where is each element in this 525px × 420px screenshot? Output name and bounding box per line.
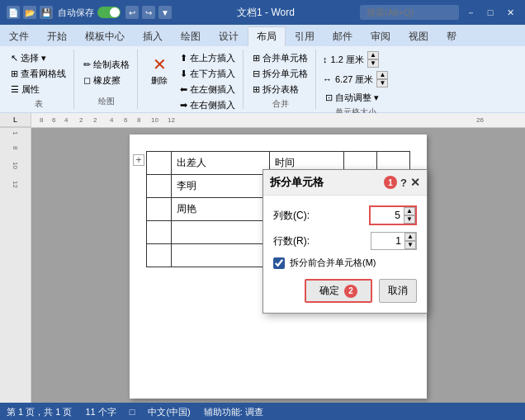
table-cell-zhouyan[interactable]: 周艳 <box>172 198 270 221</box>
restore-button[interactable]: □ <box>482 4 499 21</box>
ruler-area: L 8 6 4 2 2 4 6 8 10 12 26 <box>0 113 525 128</box>
page-info: 第 1 页，共 1 页 <box>7 406 72 418</box>
delete-button[interactable]: ✕ 删除 <box>144 51 174 90</box>
rows-label: 行数(R): <box>273 234 366 248</box>
col-width-item: ↔ 6.27 厘米 ▲ ▼ <box>323 71 388 87</box>
tab-file[interactable]: 文件 <box>0 26 38 46</box>
table-cell-chuchairen[interactable]: 出差人 <box>172 152 270 175</box>
col-width-down[interactable]: ▼ <box>376 79 388 87</box>
dialog-buttons: 确定 2 取消 <box>273 279 417 306</box>
insert-below-button[interactable]: ⬇ 在下方插入 <box>177 67 238 81</box>
save-icon[interactable]: 💾 <box>40 6 53 19</box>
split-cells-button[interactable]: ⊟ 拆分单元格 <box>250 67 310 81</box>
search-input[interactable] <box>360 5 459 20</box>
cursor-icon: ↖ <box>11 53 18 64</box>
table-group-content: ↖ 选择 ▾ ⊞ 查看网格线 ☰ 属性 <box>8 51 69 97</box>
more-icon[interactable]: ▼ <box>158 6 172 19</box>
rows-up[interactable]: ▲ <box>404 233 416 241</box>
draw-table-button[interactable]: ✏ 绘制表格 <box>81 58 132 72</box>
open-icon[interactable]: 📂 <box>23 6 36 19</box>
tab-design[interactable]: 设计 <box>210 26 248 46</box>
undo-icon[interactable]: ↩ <box>125 6 139 19</box>
dialog-close-button[interactable]: ✕ <box>410 176 420 189</box>
tab-template[interactable]: 模板中心 <box>76 26 134 46</box>
cancel-button[interactable]: 取消 <box>379 279 417 303</box>
rows-input[interactable] <box>371 233 404 249</box>
table-cell[interactable] <box>172 244 270 267</box>
col-width-icon: ↔ <box>323 74 332 84</box>
tab-mail[interactable]: 邮件 <box>324 26 362 46</box>
tab-draw[interactable]: 绘图 <box>172 26 210 46</box>
draw-table-icon: ✏ <box>83 59 91 70</box>
col-width-up[interactable]: ▲ <box>376 71 388 79</box>
title-bar: 📄 📂 💾 自动保存 ↩ ↪ ▼ 文档1 - Word － □ ✕ <box>0 0 525 25</box>
grid-icon: ⊞ <box>11 68 18 79</box>
insert-left-button[interactable]: ⬅ 在左侧插入 <box>177 83 238 97</box>
row-height-down[interactable]: ▼ <box>367 59 379 68</box>
select-button[interactable]: ↖ 选择 ▾ <box>8 51 69 65</box>
ribbon-group-cellsize: ↕ 1.2 厘米 ▲ ▼ ↔ 6.27 厘米 ▲ ▼ <box>318 50 393 109</box>
merge-group-label: 合并 <box>272 97 289 110</box>
tab-help[interactable]: 帮 <box>438 26 466 46</box>
doc-area: + 出差人 时间 李明 月 <box>31 128 525 403</box>
table-cell[interactable] <box>147 152 172 175</box>
table-cell[interactable] <box>147 244 172 267</box>
columns-down[interactable]: ▼ <box>404 215 415 224</box>
minimize-button[interactable]: － <box>462 4 479 21</box>
delete-icon: ✕ <box>153 54 167 74</box>
ribbon-group-rows: ✕ 删除 ⬆ 在上方插入 ⬇ 在下方插入 <box>140 50 244 109</box>
table-cell-liming[interactable]: 李明 <box>172 175 270 198</box>
main-area: 1 8 10 12 + 出差人 时间 李明 <box>0 128 525 403</box>
dialog-title-icons: 1 ? ✕ <box>384 176 420 189</box>
table-cell[interactable] <box>147 175 172 198</box>
dialog-body: 列数(C): ▲ ▼ 行数(R): <box>263 196 427 313</box>
tab-review[interactable]: 审阅 <box>362 26 400 46</box>
table-cell[interactable] <box>172 221 270 244</box>
columns-input[interactable] <box>371 207 404 224</box>
tab-insert[interactable]: 插入 <box>134 26 172 46</box>
merge-group-content: ⊞ 合并单元格 ⊟ 拆分单元格 ⊞ 拆分表格 <box>250 51 310 97</box>
columns-field: 列数(C): ▲ ▼ <box>273 205 417 225</box>
table-cell[interactable] <box>147 221 172 244</box>
tab-view[interactable]: 视图 <box>400 26 438 46</box>
draw-group-label: 绘图 <box>98 94 115 107</box>
title-icons: 📄 📂 💾 <box>7 6 53 19</box>
split-table-button[interactable]: ⊞ 拆分表格 <box>250 83 310 97</box>
tab-reference[interactable]: 引用 <box>286 26 324 46</box>
dialog-help-button[interactable]: ? <box>400 177 407 189</box>
insert-right-button[interactable]: ➡ 在右侧插入 <box>177 98 238 112</box>
dialog-title-badge: 1 <box>384 176 397 189</box>
merge-before-checkbox[interactable] <box>273 257 285 269</box>
row-height-item: ↕ 1.2 厘米 ▲ ▼ <box>323 51 388 68</box>
ok-badge: 2 <box>344 285 357 298</box>
merge-icon: ⊞ <box>253 53 260 64</box>
autofit-icon: ⊡ <box>325 92 333 103</box>
table-cell[interactable] <box>147 198 172 221</box>
tab-layout[interactable]: 布局 <box>248 26 286 46</box>
split-cells-dialog: 拆分单元格 1 ? ✕ 列数(C): ▲ ▼ <box>262 169 428 314</box>
insert-above-button[interactable]: ⬆ 在上方插入 <box>177 51 238 65</box>
ribbon-tabs: 文件 开始 模板中心 插入 绘图 设计 布局 引用 邮件 审阅 视图 帮 <box>0 25 525 46</box>
toggle-switch[interactable] <box>97 7 121 18</box>
eraser-icon: ◻ <box>83 75 91 86</box>
view-gridlines-button[interactable]: ⊞ 查看网格线 <box>8 67 69 81</box>
auto-fit-button[interactable]: ⊡ 自动调整 ▾ <box>323 91 388 105</box>
checkbox-label: 拆分前合并单元格(M) <box>290 257 376 269</box>
autosave-toggle[interactable]: 自动保存 <box>58 7 121 19</box>
new-file-icon[interactable]: 📄 <box>7 6 20 19</box>
draw-group-content: ✏ 绘制表格 ◻ 橡皮擦 <box>81 51 132 94</box>
eraser-button[interactable]: ◻ 橡皮擦 <box>81 73 132 87</box>
row-height-up[interactable]: ▲ <box>367 51 379 59</box>
checkbox-row: 拆分前合并单元格(M) <box>273 257 417 269</box>
ok-button[interactable]: 确定 2 <box>305 279 372 303</box>
merge-cells-button[interactable]: ⊞ 合并单元格 <box>250 51 310 65</box>
properties-button[interactable]: ☰ 属性 <box>8 83 69 97</box>
ribbon-group-merge: ⊞ 合并单元格 ⊟ 拆分单元格 ⊞ 拆分表格 合并 <box>245 50 316 109</box>
redo-icon[interactable]: ↪ <box>142 6 155 19</box>
history-icons: ↩ ↪ ▼ <box>125 6 172 19</box>
tab-start[interactable]: 开始 <box>38 26 76 46</box>
rows-down[interactable]: ▼ <box>404 241 416 249</box>
add-row-button[interactable]: + <box>133 154 144 166</box>
close-button[interactable]: ✕ <box>502 4 518 21</box>
columns-up[interactable]: ▲ <box>404 207 415 215</box>
